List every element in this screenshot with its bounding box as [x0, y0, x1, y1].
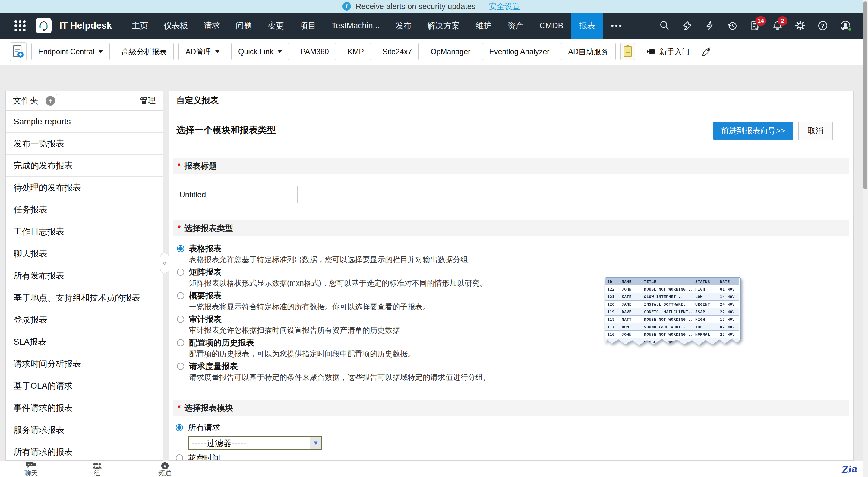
- tab-solutions[interactable]: 解决方案: [420, 13, 468, 39]
- radio-icon[interactable]: [177, 269, 184, 276]
- toolbar-label: PAM360: [301, 48, 329, 56]
- toolbar-label: Site24x7: [382, 48, 412, 56]
- toolbar-site24x7[interactable]: Site24x7: [376, 43, 419, 60]
- help-icon[interactable]: ?: [817, 20, 829, 31]
- app-launcher-icon[interactable]: [14, 20, 26, 31]
- tab-dashboard[interactable]: 仪表板: [156, 13, 196, 39]
- radio-icon[interactable]: [176, 454, 183, 461]
- scrollbar-thumb[interactable]: [864, 1, 867, 189]
- zia-assistant-box[interactable]: Zia: [835, 461, 863, 477]
- tab-requests[interactable]: 请求: [196, 13, 228, 39]
- toolbar-label: AD管理: [185, 47, 211, 57]
- sidebar-title: 文件夹: [13, 95, 38, 107]
- toolbar-eventlog-analyzer[interactable]: Eventlog Analyzer: [482, 43, 556, 60]
- channels-button[interactable]: # 频道: [144, 461, 186, 477]
- toolbar-ad-manager[interactable]: AD管理: [179, 43, 226, 60]
- sidebar-item-all-release[interactable]: 所有发布报表: [6, 265, 163, 287]
- radio-icon[interactable]: [177, 292, 184, 299]
- sidebar-item-site-group-technician[interactable]: 基于地点、支持组和技术员的报表: [6, 287, 163, 309]
- onboarding-button[interactable]: 新手入门: [640, 43, 696, 60]
- table-row: 119DAVECONFIG. MAILCLIENT...ASAP22 NOV: [606, 308, 741, 316]
- toolbar-pam360[interactable]: PAM360: [293, 43, 336, 60]
- add-folder-button[interactable]: +: [44, 94, 57, 108]
- radio-icon[interactable]: [177, 316, 184, 323]
- tab-assets[interactable]: 资产: [500, 13, 531, 39]
- toolbar-kmp[interactable]: KMP: [341, 43, 371, 60]
- tab-cmdb[interactable]: CMDB: [531, 13, 571, 39]
- radio-icon[interactable]: [177, 363, 184, 370]
- user-avatar[interactable]: [840, 20, 851, 31]
- sidebar-item-sample-reports[interactable]: Sample reports: [6, 111, 163, 133]
- tab-releases[interactable]: 发布: [388, 13, 420, 39]
- report-module-section: * 选择报表模块 所有请求 -----过滤器----- ▼ 花费时间: [169, 400, 853, 461]
- new-report-icon[interactable]: [10, 42, 27, 61]
- security-settings-link[interactable]: 安全设置: [489, 1, 520, 12]
- option-ci-history-report[interactable]: 配置项的历史报表 配置项的历史报表，可以为您提供指定时间段中配置项的历史数据。: [177, 338, 853, 358]
- proceed-wizard-button[interactable]: 前进到报表向导>>: [713, 122, 793, 140]
- sidebar-item-release-overview[interactable]: 发布一览报表: [6, 133, 163, 155]
- toolbar-quick-link[interactable]: Quick Link: [231, 43, 289, 60]
- toolbar-endpoint-central[interactable]: Endpoint Central: [31, 43, 110, 60]
- sidebar-item-incident-requests[interactable]: 事件请求的报表: [6, 397, 163, 419]
- sidebar-item-request-time-analysis[interactable]: 请求时间分析报表: [6, 353, 163, 375]
- tab-projects[interactable]: 项目: [292, 13, 324, 39]
- tab-reports[interactable]: 报表: [571, 13, 603, 39]
- option-tabular-report[interactable]: 表格报表 表格报表允许您基于特定标准列出数据，您可以选择要显示的栏目并对输出数据…: [177, 243, 853, 264]
- tasks-icon[interactable]: 14: [749, 20, 761, 31]
- tab-problems[interactable]: 问题: [228, 13, 260, 39]
- notifications-bell-icon[interactable]: 2: [772, 20, 783, 31]
- cancel-button[interactable]: 取消: [798, 122, 833, 140]
- option-request-metrics-report[interactable]: 请求度量报表 请求度量报告可以基于特定的条件来聚合数据，这些报告可以据域特定的请…: [177, 361, 853, 382]
- filter-dropdown[interactable]: -----过滤器----- ▼: [188, 436, 322, 450]
- tab-changes[interactable]: 变更: [260, 13, 292, 39]
- ticket-add-icon[interactable]: [681, 20, 693, 31]
- toolbar-ad-selfservice[interactable]: AD自助服务: [561, 43, 616, 60]
- sidebar-collapse-handle[interactable]: «: [160, 253, 169, 273]
- manage-folders-link[interactable]: 管理: [140, 95, 156, 106]
- sidebar-item-ola-requests[interactable]: 基于OLA的请求: [6, 375, 163, 397]
- quick-actions-icon[interactable]: [704, 20, 715, 31]
- table-row: 122JOHNMOUSE NOT WORKING...HIGH01 NOV: [606, 286, 741, 293]
- sidebar-item-chat-reports[interactable]: 聊天报表: [6, 243, 163, 265]
- radio-selected-icon[interactable]: [176, 424, 183, 431]
- page-title: 自定义报表: [169, 91, 853, 110]
- report-title-input[interactable]: [175, 186, 298, 203]
- required-marker: *: [178, 223, 181, 233]
- toolbar-opmanager[interactable]: OpManager: [424, 43, 477, 60]
- option-all-requests[interactable]: 所有请求: [176, 422, 853, 433]
- chat-button[interactable]: 聊天: [10, 461, 52, 477]
- tab-testmachine[interactable]: TestMachin...: [324, 13, 388, 39]
- settings-gear-icon[interactable]: [795, 20, 806, 31]
- toolbar-label: Endpoint Central: [38, 48, 94, 56]
- option-summary-report[interactable]: 概要报表 一览报表将显示符合特定标准的所有数据。你可以选择要查看的子报表。: [177, 291, 853, 311]
- sidebar-item-completed-release[interactable]: 完成的发布报表: [6, 155, 163, 177]
- sidebar-item-worklog-reports[interactable]: 工作日志报表: [6, 221, 163, 243]
- history-icon[interactable]: [726, 20, 738, 31]
- option-matrix-report[interactable]: 矩阵报表 矩阵报表以格状形式显示数据(mxn格式)，您可以基于选定的标准对不同的…: [177, 267, 853, 288]
- sidebar-item-service-requests[interactable]: 服务请求报表: [6, 419, 163, 441]
- option-time-spent[interactable]: 花费时间: [176, 453, 853, 461]
- sidebar-item-task-reports[interactable]: 任务报表: [6, 199, 163, 221]
- tabular-report-preview: IDNAMETITLESTATUSDATE 122JOHNMOUSE NOT W…: [605, 277, 741, 346]
- tab-more[interactable]: •••: [603, 13, 631, 39]
- tab-maintenance[interactable]: 维护: [468, 13, 500, 39]
- notes-clipboard-button[interactable]: [620, 43, 635, 60]
- option-title: 配置项的历史报表: [189, 338, 415, 348]
- sidebar-item-login-reports[interactable]: 登录报表: [6, 309, 163, 331]
- report-title-strip: * 报表标题: [173, 158, 849, 174]
- toolbar-advanced-analytics[interactable]: 高级分析报表: [115, 43, 174, 60]
- search-icon[interactable]: [659, 20, 670, 31]
- groups-button[interactable]: 组: [76, 461, 118, 477]
- sidebar-item-all-requests[interactable]: 所有请求的报表: [6, 441, 163, 461]
- tab-home[interactable]: 主页: [124, 13, 156, 39]
- option-audit-report[interactable]: 审计报表 审计报表允许您根据扫描时间设置报告所有资产清单的历史数据: [177, 314, 853, 335]
- toolbar-label: 高级分析报表: [122, 47, 167, 57]
- sidebar-item-pending-release[interactable]: 待处理的发布报表: [6, 177, 163, 199]
- product-logo[interactable]: [36, 18, 52, 33]
- page-scrollbar[interactable]: [863, 0, 868, 477]
- radio-icon[interactable]: [177, 339, 184, 346]
- notifications-badge: 2: [778, 16, 787, 26]
- rocket-icon[interactable]: [701, 47, 712, 57]
- radio-selected-icon[interactable]: [177, 245, 184, 252]
- sidebar-item-sla-reports[interactable]: SLA报表: [6, 331, 163, 353]
